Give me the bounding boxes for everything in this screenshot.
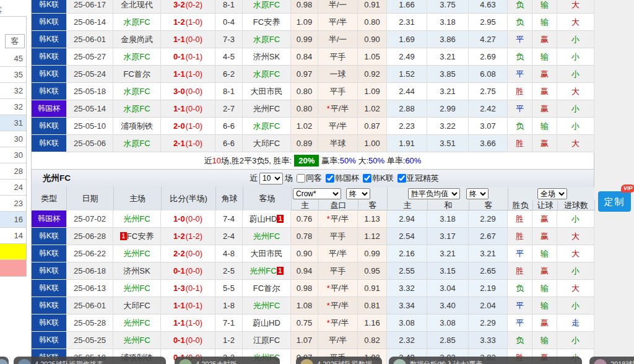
asian-away-odds[interactable]: 0.99 <box>358 245 387 262</box>
euro-odds[interactable]: 3.21 <box>427 245 469 262</box>
asian-away-odds[interactable]: 1.05 <box>358 48 387 66</box>
euro-odds[interactable]: 3.17 <box>427 228 469 245</box>
euro-odds[interactable]: 1.52 <box>387 66 427 83</box>
period-select[interactable]: 全场 <box>537 188 567 199</box>
euro-odds[interactable]: 4.63 <box>469 0 508 14</box>
euro-avg-select[interactable]: 胜平负均值 <box>408 188 460 199</box>
euro-odds[interactable]: 2.95 <box>469 14 508 31</box>
asian-home-odds[interactable]: 0.89 <box>291 135 318 152</box>
filter-checkbox-韩国杯[interactable]: 韩国杯 <box>326 173 359 184</box>
euro-odds[interactable]: 3.66 <box>469 135 508 152</box>
asian-away-odds[interactable]: 1.00 <box>358 135 387 152</box>
euro-odds[interactable]: 2.54 <box>387 228 427 245</box>
euro-odds[interactable]: 3.21 <box>427 48 469 66</box>
filter-checkbox-韩K联[interactable]: 韩K联 <box>363 173 394 184</box>
euro-odds[interactable]: 3.21 <box>427 83 469 100</box>
euro-odds[interactable]: 3.15 <box>427 262 469 280</box>
euro-odds[interactable]: 3.85 <box>427 66 469 83</box>
euro-odds[interactable]: 4.27 <box>469 31 508 48</box>
asian-home-odds[interactable]: 0.80 <box>291 100 318 118</box>
taskbar-window-button[interactable]: 4.2025大时版 <box>175 357 280 364</box>
away-team-cell[interactable]: FC首尔 <box>243 280 291 297</box>
taskbar-window-button[interactable]: 2018球队近期数据 <box>589 357 634 364</box>
asian-away-odds[interactable]: 0.82 <box>358 332 387 349</box>
home-team-cell[interactable]: 光州FC <box>113 210 161 228</box>
euro-final-select[interactable]: 终 <box>466 188 489 199</box>
handicap-cell[interactable]: 半/一 <box>318 31 358 48</box>
euro-odds[interactable]: 2.19 <box>469 280 508 297</box>
home-team-cell[interactable]: 浦项制铁 <box>113 118 161 135</box>
euro-odds[interactable]: 1.69 <box>387 31 427 48</box>
euro-odds[interactable]: 2.32 <box>387 332 427 349</box>
handicap-cell[interactable]: 平/半 <box>318 14 358 31</box>
handicap-cell[interactable]: 半球 <box>318 135 358 152</box>
home-team-cell[interactable]: 全北现代 <box>113 0 161 14</box>
asian-away-odds[interactable]: 1.13 <box>358 210 387 228</box>
asian-away-odds[interactable]: 0.91 <box>358 280 387 297</box>
asian-home-odds[interactable]: 1.02 <box>291 118 318 135</box>
euro-odds[interactable]: 3.40 <box>427 297 469 314</box>
handicap-cell[interactable]: *平/半 <box>318 280 358 297</box>
home-team-cell[interactable]: 光州FC <box>113 245 161 262</box>
asian-away-odds[interactable]: 0.81 <box>358 297 387 314</box>
euro-odds[interactable]: 2.31 <box>387 14 427 31</box>
euro-odds[interactable]: 6.08 <box>469 66 508 83</box>
away-team-cell[interactable]: 大田市民 <box>243 83 291 100</box>
euro-odds[interactable]: 2.44 <box>387 83 427 100</box>
euro-odds[interactable]: 3.22 <box>427 118 469 135</box>
handicap-cell[interactable]: 平/半 <box>318 245 358 262</box>
home-team-cell[interactable]: 水原FC <box>113 100 161 118</box>
asian-away-odds[interactable]: 1.02 <box>358 100 387 118</box>
euro-odds[interactable]: 2.29 <box>469 210 508 228</box>
home-team-cell[interactable]: 光州FC <box>113 314 161 332</box>
euro-odds[interactable]: 3.21 <box>469 245 508 262</box>
euro-odds[interactable]: 2.04 <box>469 297 508 314</box>
asian-away-odds[interactable]: 1.12 <box>358 228 387 245</box>
asian-away-odds[interactable]: 1.09 <box>358 83 387 100</box>
asian-home-odds[interactable]: 0.98 <box>291 0 318 14</box>
euro-odds[interactable]: 3.08 <box>387 314 427 332</box>
asian-home-odds[interactable]: 0.94 <box>291 262 318 280</box>
asian-away-odds[interactable]: 0.91 <box>358 0 387 14</box>
handicap-cell[interactable]: *平/半 <box>318 314 358 332</box>
asian-home-odds[interactable]: 0.76 <box>291 210 318 228</box>
home-team-cell[interactable]: 水原FC <box>113 83 161 100</box>
euro-odds[interactable]: 3.32 <box>387 280 427 297</box>
asian-home-odds[interactable]: 0.90 <box>291 245 318 262</box>
euro-odds[interactable]: 2.69 <box>469 48 508 66</box>
filter-checkbox-同客[interactable]: 同客 <box>297 173 322 184</box>
home-team-cell[interactable]: FC首尔 <box>113 66 161 83</box>
asian-away-odds[interactable]: 0.87 <box>358 118 387 135</box>
away-team-cell[interactable]: FC安养 <box>243 14 291 31</box>
euro-odds[interactable]: 2.29 <box>469 314 508 332</box>
home-team-cell[interactable]: 光州FC <box>113 332 161 349</box>
home-team-cell[interactable]: 济州SK <box>113 262 161 280</box>
away-team-cell[interactable]: 大邱FC <box>243 135 291 152</box>
euro-odds[interactable]: 3.75 <box>427 0 469 14</box>
handicap-cell[interactable]: 平手 <box>318 83 358 100</box>
euro-odds[interactable]: 3.86 <box>427 31 469 48</box>
games-count-select[interactable]: 10 <box>259 173 283 184</box>
asian-home-odds[interactable]: 0.84 <box>291 48 318 66</box>
home-team-cell[interactable]: 金泉尚武 <box>113 31 161 48</box>
euro-odds[interactable]: 3.33 <box>469 332 508 349</box>
handicap-cell[interactable]: *平/半 <box>318 100 358 118</box>
handicap-cell[interactable]: 平手 <box>318 48 358 66</box>
euro-odds[interactable]: 2.23 <box>387 118 427 135</box>
away-team-cell[interactable]: 江原FC <box>243 332 291 349</box>
away-team-cell[interactable]: 光州FC1 <box>243 262 291 280</box>
asian-final-select[interactable]: 终 <box>346 188 370 199</box>
away-team-cell[interactable]: 蔚山HD <box>243 314 291 332</box>
euro-odds[interactable]: 3.51 <box>427 135 469 152</box>
asian-home-odds[interactable]: 0.99 <box>291 31 318 48</box>
taskbar-window-button[interactable]: 4.2025球队近期作战表 <box>14 357 166 364</box>
asian-home-odds[interactable]: 0.78 <box>291 228 318 245</box>
euro-odds[interactable]: 2.88 <box>387 100 427 118</box>
taskbar-window-button[interactable] <box>0 357 9 364</box>
asian-home-odds[interactable]: 0.80 <box>291 83 318 100</box>
euro-odds[interactable]: 2.99 <box>427 100 469 118</box>
asian-home-odds[interactable]: 0.98 <box>291 280 318 297</box>
euro-odds[interactable]: 2.55 <box>387 262 427 280</box>
taskbar-window-button[interactable]: 数据分析(输入计大)覆盖 <box>389 357 582 364</box>
euro-odds[interactable]: 3.08 <box>427 314 469 332</box>
